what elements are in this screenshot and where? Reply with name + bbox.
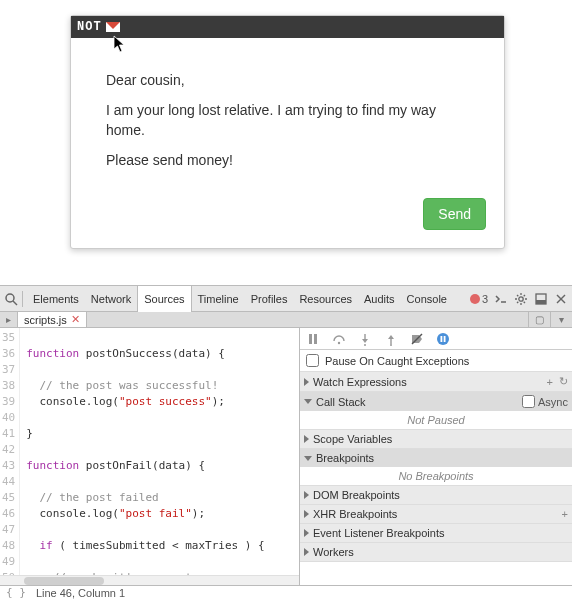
refresh-watch-icon[interactable]: ↻ [559,375,568,388]
section-workers-header[interactable]: Workers [300,543,572,561]
code-line[interactable]: console.log("post success"); [26,394,299,410]
async-label: Async [538,396,568,408]
triangle-right-icon [304,491,309,499]
close-tab-icon[interactable]: ✕ [71,313,80,326]
step-out-icon[interactable] [384,332,398,346]
send-button[interactable]: Send [423,198,486,230]
section-watch: Watch Expressions + ↻ [300,372,572,392]
email-header: NOT [71,16,504,38]
svg-marker-20 [362,339,368,343]
separator [22,291,23,307]
code-line[interactable]: if ( timesSubmitted < maxTries ) { [26,538,299,554]
gear-icon[interactable] [514,292,528,306]
svg-rect-17 [314,334,317,344]
section-scope: Scope Variables [300,430,572,449]
section-breakpoints-header[interactable]: Breakpoints [300,449,572,467]
section-label: Scope Variables [313,433,392,445]
pause-on-caught-row: Pause On Caught Exceptions [300,350,572,372]
horizontal-scrollbar[interactable] [0,575,299,585]
section-scope-header[interactable]: Scope Variables [300,430,572,448]
triangle-right-icon [304,435,309,443]
devtools-tab-elements[interactable]: Elements [27,286,85,312]
section-event-header[interactable]: Event Listener Breakpoints [300,524,572,542]
code-editor[interactable]: 3536373839404142434445464748495051525354… [0,328,300,584]
code-line[interactable]: } [26,426,299,442]
email-actions: Send [71,198,504,248]
callstack-body: Not Paused [300,411,572,429]
section-callstack-header[interactable]: Call Stack Async [300,392,572,411]
section-label: Breakpoints [316,452,374,464]
error-count: 3 [482,293,488,305]
pretty-print-icon[interactable]: { } [6,586,26,599]
async-checkbox[interactable] [522,395,535,408]
code-line[interactable]: console.log("post fail"); [26,506,299,522]
code-line[interactable] [26,554,299,570]
pause-icon[interactable] [306,332,320,346]
devtools-tab-resources[interactable]: Resources [293,286,358,312]
add-xhr-icon[interactable]: + [562,508,568,520]
devtools-tabbar: ElementsNetworkSourcesTimelineProfilesRe… [0,286,572,312]
email-line: Please send money! [106,150,469,170]
email-composer: NOT Dear cousin, I am your long lost rel… [70,15,505,249]
breakpoints-body: No Breakpoints [300,467,572,485]
devtools-tab-audits[interactable]: Audits [358,286,401,312]
devtools-tab-profiles[interactable]: Profiles [245,286,294,312]
svg-point-0 [6,294,14,302]
deactivate-breakpoints-icon[interactable] [410,332,424,346]
add-watch-icon[interactable]: + [547,376,553,388]
code-line[interactable] [26,474,299,490]
section-xhr-header[interactable]: XHR Breakpoints + [300,505,572,523]
navigator-toggle-icon[interactable]: ▸ [0,312,18,327]
console-toggle-icon[interactable] [494,292,508,306]
code-line[interactable]: function postOnSuccess(data) { [26,346,299,362]
close-icon[interactable] [554,292,568,306]
svg-line-11 [524,295,525,296]
file-tab[interactable]: scripts.js ✕ [18,312,87,327]
code-line[interactable] [26,330,299,346]
svg-line-1 [13,301,17,305]
code-line[interactable]: // the post failed [26,490,299,506]
step-into-icon[interactable] [358,332,372,346]
pause-on-caught-checkbox[interactable] [306,354,319,367]
code-line[interactable]: // the post was successful! [26,378,299,394]
section-event-listener-bp: Event Listener Breakpoints [300,524,572,543]
search-icon[interactable] [4,292,18,306]
section-xhr-breakpoints: XHR Breakpoints + [300,505,572,524]
triangle-right-icon [304,510,309,518]
history-back-icon[interactable]: ▢ [528,312,550,327]
code-line[interactable] [26,522,299,538]
svg-line-8 [517,295,518,296]
code-content[interactable]: function postOnSuccess(data) { // the po… [20,328,299,584]
triangle-down-icon [304,399,312,404]
svg-line-9 [524,301,525,302]
dropdown-icon[interactable]: ▾ [550,312,572,327]
devtools-panel: ElementsNetworkSourcesTimelineProfilesRe… [0,285,572,600]
pause-on-caught-label: Pause On Caught Exceptions [325,355,469,367]
pause-on-exceptions-icon[interactable] [436,332,450,346]
error-count-badge[interactable]: 3 [470,293,488,305]
dock-icon[interactable] [534,292,548,306]
section-breakpoints: Breakpoints No Breakpoints [300,449,572,486]
section-watch-header[interactable]: Watch Expressions + ↻ [300,372,572,391]
devtools-tab-console[interactable]: Console [401,286,453,312]
svg-rect-29 [444,336,446,342]
svg-marker-23 [388,335,394,339]
devtools-tab-timeline[interactable]: Timeline [192,286,245,312]
status-bar: { } Line 46, Column 1 [0,586,572,600]
step-over-icon[interactable] [332,332,346,346]
brand-text: NOT [77,20,102,34]
code-line[interactable]: function postOnFail(data) { [26,458,299,474]
svg-point-24 [390,344,392,346]
line-gutter: 3536373839404142434445464748495051525354… [0,328,20,584]
code-line[interactable] [26,442,299,458]
error-dot-icon [470,294,480,304]
svg-point-21 [364,344,366,346]
svg-rect-13 [536,300,546,304]
section-dom-header[interactable]: DOM Breakpoints [300,486,572,504]
section-label: Event Listener Breakpoints [313,527,444,539]
code-line[interactable] [26,410,299,426]
devtools-tab-sources[interactable]: Sources [137,286,191,312]
code-line[interactable] [26,362,299,378]
file-tab-label: scripts.js [24,314,67,326]
devtools-tab-network[interactable]: Network [85,286,137,312]
